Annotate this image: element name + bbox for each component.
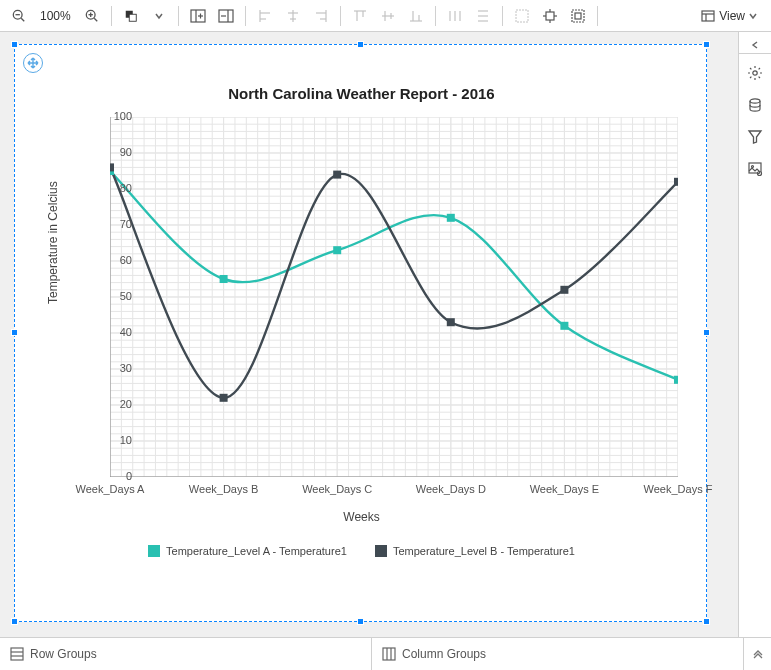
svg-rect-176 (560, 322, 568, 330)
svg-rect-174 (333, 246, 341, 254)
svg-rect-178 (110, 163, 114, 171)
x-tick-label: Week_Days B (189, 483, 259, 495)
x-tick-label: Week_Days E (530, 483, 600, 495)
align-bottom-button (403, 3, 429, 29)
zoom-out-button[interactable] (6, 3, 32, 29)
design-canvas[interactable]: North Carolina Weather Report - 2016 Tem… (0, 32, 738, 637)
panel-collapse-button[interactable] (739, 36, 771, 54)
chart-title: North Carolina Weather Report - 2016 (15, 85, 708, 102)
size-to-grid-button[interactable] (537, 3, 563, 29)
legend-label: Temperature_Level A - Temperature1 (166, 545, 347, 557)
insert-right-button[interactable] (213, 3, 239, 29)
y-tick-label: 50 (102, 290, 132, 302)
y-axis-title: Temperature in Celcius (46, 181, 60, 304)
view-label: View (719, 9, 745, 23)
plot-area (110, 117, 678, 477)
svg-rect-177 (674, 376, 678, 384)
x-tick-label: Week_Days C (302, 483, 372, 495)
insert-left-button[interactable] (185, 3, 211, 29)
view-menu-button[interactable]: View (693, 3, 765, 29)
svg-rect-192 (383, 648, 395, 660)
svg-rect-8 (129, 14, 136, 21)
legend-label: Temperature_Level B - Temperature1 (393, 545, 575, 557)
column-groups-label: Column Groups (402, 647, 486, 661)
filter-tab[interactable] (742, 124, 768, 150)
toolbar: 100% View (0, 0, 771, 32)
y-tick-label: 80 (102, 182, 132, 194)
svg-rect-189 (11, 648, 23, 660)
svg-rect-173 (220, 275, 228, 283)
legend: Temperature_Level A - Temperature1Temper… (15, 545, 708, 557)
row-groups-icon (10, 647, 24, 661)
zoom-in-button[interactable] (79, 3, 105, 29)
x-axis-title: Weeks (15, 510, 708, 524)
align-top-button (347, 3, 373, 29)
distribute-v-button (470, 3, 496, 29)
row-groups-section[interactable]: Row Groups (0, 647, 371, 661)
legend-item: Temperature_Level B - Temperature1 (375, 545, 575, 557)
align-middle-button (375, 3, 401, 29)
distribute-h-button (442, 3, 468, 29)
view-icon (701, 9, 715, 23)
svg-rect-180 (333, 171, 341, 179)
legend-item: Temperature_Level A - Temperature1 (148, 545, 347, 557)
settings-tab[interactable] (742, 60, 768, 86)
y-tick-label: 70 (102, 218, 132, 230)
layers-dropdown-icon[interactable] (146, 3, 172, 29)
y-tick-label: 90 (102, 146, 132, 158)
svg-rect-183 (674, 178, 678, 186)
svg-point-184 (753, 71, 757, 75)
y-tick-label: 60 (102, 254, 132, 266)
y-tick-label: 100 (102, 110, 132, 122)
svg-rect-48 (702, 11, 714, 21)
send-back-button[interactable] (118, 3, 144, 29)
svg-line-1 (21, 18, 24, 21)
expand-groups-button[interactable] (743, 638, 771, 670)
y-tick-label: 20 (102, 398, 132, 410)
x-tick-label: Week_Days F (644, 483, 713, 495)
chevron-down-icon (749, 12, 757, 20)
y-tick-label: 30 (102, 362, 132, 374)
y-tick-label: 40 (102, 326, 132, 338)
svg-rect-179 (220, 394, 228, 402)
row-groups-label: Row Groups (30, 647, 97, 661)
svg-rect-41 (546, 12, 554, 20)
image-tab[interactable] (742, 156, 768, 182)
svg-rect-40 (516, 10, 528, 22)
align-left-button (252, 3, 278, 29)
svg-rect-182 (560, 286, 568, 294)
align-right-button (308, 3, 334, 29)
svg-rect-46 (572, 10, 584, 22)
groups-panel: Row Groups Column Groups (0, 637, 771, 670)
align-center-button (280, 3, 306, 29)
group-button (509, 3, 535, 29)
properties-panel (738, 32, 771, 637)
zoom-level[interactable]: 100% (34, 9, 77, 23)
svg-rect-47 (575, 13, 581, 19)
svg-line-4 (94, 18, 97, 21)
chart: North Carolina Weather Report - 2016 Tem… (15, 45, 708, 623)
column-groups-icon (382, 647, 396, 661)
legend-swatch (375, 545, 387, 557)
y-tick-label: 0 (102, 470, 132, 482)
svg-rect-181 (447, 318, 455, 326)
column-groups-section[interactable]: Column Groups (372, 647, 743, 661)
chart-selection[interactable]: North Carolina Weather Report - 2016 Tem… (14, 44, 707, 622)
svg-point-187 (752, 166, 754, 168)
fit-to-grid-button[interactable] (565, 3, 591, 29)
data-tab[interactable] (742, 92, 768, 118)
x-tick-label: Week_Days D (416, 483, 486, 495)
x-tick-label: Week_Days A (76, 483, 145, 495)
svg-point-185 (750, 99, 760, 103)
legend-swatch (148, 545, 160, 557)
svg-rect-175 (447, 214, 455, 222)
y-tick-label: 10 (102, 434, 132, 446)
